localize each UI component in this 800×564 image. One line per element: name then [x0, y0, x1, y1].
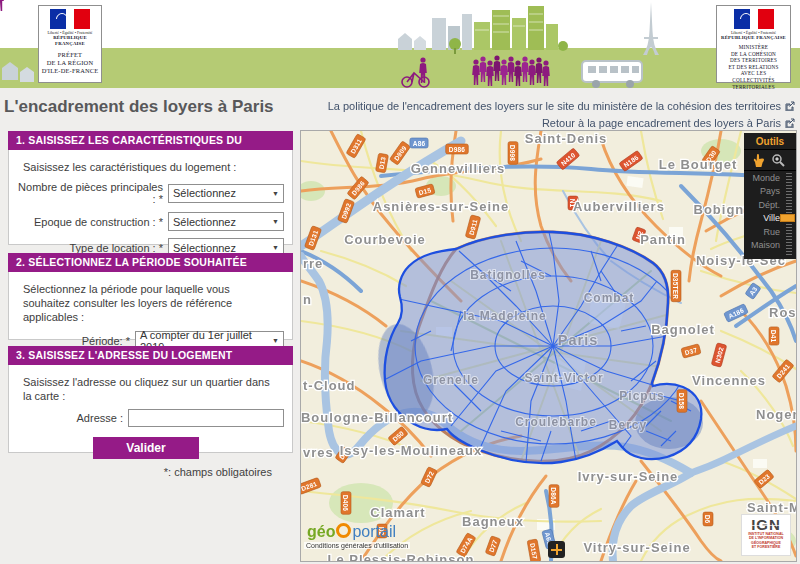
- pan-hand-icon[interactable]: [751, 153, 766, 168]
- city-label: Le Plessis-Robinson: [328, 552, 475, 561]
- zoom-level-pays[interactable]: Pays: [744, 185, 780, 198]
- road-badge: D35TER: [671, 270, 681, 301]
- map[interactable]: D311D909A86D986D998D13D986D15N410N186D30…: [300, 130, 797, 562]
- prefet-logo: Liberté • Égalité • Fraternité RÉPUBLIQU…: [38, 5, 102, 83]
- quartier-label: Paris: [558, 332, 598, 348]
- link-retour-encadrement[interactable]: Retour à la page encadrement des loyers …: [328, 117, 795, 129]
- city-label: Pantin: [640, 232, 686, 247]
- header-links: La politique de l'encadrement des loyers…: [328, 100, 795, 134]
- french-flag-icon: [734, 9, 774, 29]
- road-badge: D86A: [549, 485, 559, 508]
- city-label: Bagnolet: [651, 322, 715, 337]
- map-canvas[interactable]: D311D909A86D986D998D13D986D15N410N186D30…: [301, 131, 796, 561]
- external-link-icon: [785, 118, 795, 128]
- road-badge: D406: [341, 492, 351, 515]
- road-badge: D6: [703, 512, 713, 526]
- city-label: t-Cloud: [303, 378, 355, 393]
- geoportail-o-icon: [336, 523, 351, 538]
- section1-intro: Saisissez les caractéristiques du logeme…: [23, 160, 278, 174]
- chevron-down-icon: ▼: [272, 337, 279, 344]
- svg-text:A86: A86: [413, 140, 426, 147]
- svg-text:D86A: D86A: [550, 487, 557, 505]
- svg-text:D998: D998: [509, 145, 516, 162]
- adresse-input[interactable]: [128, 409, 284, 427]
- city-label: Clamart: [370, 505, 425, 520]
- section3-header: 3. SAISISSEZ L'ADRESSE DU LOGEMENT: [8, 346, 293, 365]
- city-label: Vincennes: [692, 373, 766, 388]
- city-label: vres: [303, 445, 334, 460]
- city-label: Aubervilliers: [573, 199, 665, 214]
- quartier-label: Saint-Victor: [524, 371, 603, 385]
- road-badge: D158: [677, 390, 687, 413]
- valider-button[interactable]: Valider: [93, 437, 199, 459]
- section-periode: 2. SÉLECTIONNEZ LA PÉRIODE SOUHAITÉE Sél…: [8, 253, 293, 340]
- city-label: Gennevilliers: [411, 161, 506, 176]
- ministere-org-text: MINISTÈRE DE LA COHÉSION DES TERRITOIRES…: [718, 44, 789, 90]
- required-fields-note: *: champs obligatoires: [17, 466, 272, 478]
- quartier-label: Picpus: [619, 389, 664, 403]
- zoom-level-rue[interactable]: Rue: [744, 226, 780, 239]
- epoque-select[interactable]: Sélectionnez▼: [168, 212, 284, 231]
- page-title: L'encadrement des loyers à Paris: [4, 97, 274, 117]
- section1-header: 1. SAISISSEZ LES CARACTÉRISTIQUES DU LOG…: [8, 131, 293, 150]
- logo-republic: RÉPUBLIQUE FRANÇAISE: [718, 35, 789, 41]
- city-label: n: [303, 292, 312, 307]
- geoportail-logo: géoportail: [307, 523, 396, 541]
- quartier-label: Combat: [584, 291, 635, 305]
- zoom-slider-handle[interactable]: [780, 214, 795, 222]
- periode-label: Période: *: [17, 335, 135, 347]
- epoque-label: Epoque de construction : *: [17, 216, 168, 228]
- header: Liberté • Égalité • Fraternité RÉPUBLIQU…: [0, 0, 800, 88]
- zoom-level-dpt[interactable]: Dépt.: [744, 199, 780, 212]
- city-label: Asnières-sur-Seine: [373, 199, 510, 214]
- type-location-label: Type de location : *: [17, 242, 168, 254]
- road-badge: D41: [769, 327, 779, 345]
- external-link-icon: [785, 101, 795, 111]
- chevron-down-icon: ▼: [272, 218, 279, 225]
- city-label: Courbevoie: [344, 232, 426, 247]
- chevron-down-icon: ▼: [272, 244, 279, 251]
- road-badge: D986: [446, 144, 469, 154]
- city-label: Le Bourget: [659, 157, 738, 172]
- svg-text:D406: D406: [342, 495, 349, 512]
- ministere-logo: Liberté • Égalité • Fraternité RÉPUBLIQU…: [716, 5, 791, 83]
- section2-header: 2. SÉLECTIONNEZ LA PÉRIODE SOUHAITÉE: [8, 253, 293, 272]
- svg-text:D158: D158: [678, 393, 685, 410]
- tools-title: Outils: [744, 133, 796, 150]
- city-label: rre: [303, 256, 323, 271]
- svg-text:D6: D6: [704, 515, 711, 524]
- quartier-label: Croulebarbe: [515, 415, 597, 429]
- city-label: Nogent-s: [756, 407, 796, 422]
- city-label: Bagneux: [462, 514, 524, 529]
- quartier-label: la Madeleine: [463, 309, 546, 323]
- city-label: Rosny-s: [769, 305, 796, 320]
- city-label: Saint-Mau: [747, 500, 796, 515]
- header-cityscape-illustration: [0, 0, 800, 88]
- svg-text:D41: D41: [770, 330, 777, 343]
- ign-logo: IGN INSTITUT NATIONAL DE L'INFORMATION G…: [741, 514, 791, 556]
- city-label: Ivry-sur-Seine: [578, 469, 679, 484]
- section3-intro: Saisissez l'adresse ou cliquez sur un qu…: [23, 375, 278, 403]
- adresse-label: Adresse :: [17, 412, 128, 424]
- logo-republic: RÉPUBLIQUE FRANÇAISE: [40, 35, 100, 47]
- zoom-level-monde[interactable]: Monde: [744, 172, 780, 185]
- zoom-level-ville[interactable]: Ville: [744, 212, 780, 225]
- map-pan-cross-tool[interactable]: [548, 541, 565, 558]
- svg-text:D986: D986: [449, 146, 466, 153]
- pieces-select[interactable]: Sélectionnez▼: [168, 184, 284, 203]
- quartier-label: Bercy: [609, 418, 647, 432]
- pieces-label: Nombre de pièces principales : *: [17, 181, 168, 205]
- quartier-label: Batignolles: [470, 268, 546, 282]
- link-ministere-politique[interactable]: La politique de l'encadrement des loyers…: [328, 100, 795, 112]
- map-tools-panel: Outils MondePaysDépt.VilleRueMaison: [744, 133, 796, 259]
- zoom-level-maison[interactable]: Maison: [744, 239, 780, 252]
- zoom-magnifier-icon[interactable]: [771, 153, 786, 168]
- section-caracteristiques: 1. SAISISSEZ LES CARACTÉRISTIQUES DU LOG…: [8, 131, 293, 245]
- quartier-label: Grenelle: [423, 373, 479, 387]
- conditions-link[interactable]: Conditions générales d'utilisation: [304, 542, 410, 549]
- svg-text:D35TER: D35TER: [672, 273, 679, 299]
- city-label: Vitry-sur-Seine: [583, 540, 690, 555]
- french-flag-icon: [50, 9, 90, 29]
- road-badge: A86: [410, 138, 428, 148]
- city-label: Boulogne-Billancourt: [301, 410, 453, 425]
